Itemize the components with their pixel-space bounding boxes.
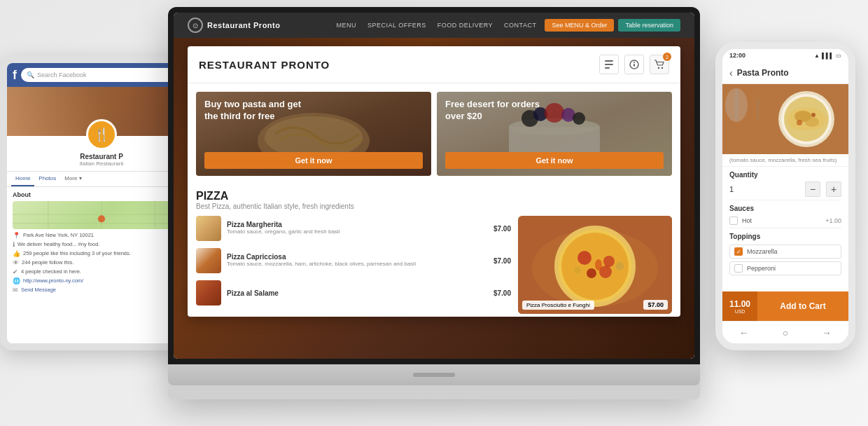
nav-link-delivery[interactable]: FOOD DELIVERY [438, 22, 493, 29]
menu-item-1[interactable]: Pizza Capricciosa Tomato sauce, mozzarel… [196, 248, 511, 273]
site-nav-links: MENU SPECIAL OFFERS FOOD DELIVERY CONTAC… [337, 22, 537, 29]
phone-price-tag: 11.00 USD [722, 291, 757, 321]
menu-board-icon[interactable] [599, 55, 619, 74]
item-0-desc: Tomato sauce, oregano, garlic and fresh … [227, 228, 488, 235]
wifi-icon: ▲ [814, 53, 820, 59]
phone-toppings-label: Toppings [729, 233, 841, 243]
phone-food-desc: (tomato sauce, mozzarella, fresh sea fru… [722, 154, 848, 167]
modal-title: RESTAURANT PRONTO [199, 59, 330, 71]
phone-status-icons: ▲ ▌▌▌ ▭ [814, 53, 841, 59]
phone-device: 12:00 ▲ ▌▌▌ ▭ ‹ Pasta Pronto [715, 42, 855, 350]
fb-search-bar[interactable]: 🔍 Search Facebook [21, 68, 181, 82]
item-1-info: Pizza Capricciosa Tomato sauce, mozzarel… [227, 253, 488, 268]
phone-screen: 12:00 ▲ ▌▌▌ ▭ ‹ Pasta Pronto [722, 49, 848, 343]
back-arrow-icon[interactable]: ‹ [729, 67, 733, 78]
svg-rect-11 [634, 64, 635, 67]
nav-link-contact[interactable]: CONTACT [504, 22, 536, 29]
phone-topping-pepperoni-checkbox[interactable] [734, 264, 743, 273]
laptop-screen: ⊙ Restaurant Pronto MENU SPECIAL OFFERS … [174, 13, 694, 359]
phone-quantity-label: Quantity [722, 167, 848, 180]
location-icon: 📍 [13, 232, 20, 239]
promo-1-overlay: Buy two pasta and get the third for free… [196, 92, 431, 176]
big-item-name: Pizza Prosciutto e Funghi [522, 301, 594, 310]
item-0-info: Pizza Margherita Tomato sauce, oregano, … [227, 221, 488, 235]
nav-link-offers[interactable]: SPECIAL OFFERS [368, 22, 426, 29]
site-navbar: ⊙ Restaurant Pronto MENU SPECIAL OFFERS … [174, 13, 694, 38]
fb-tab-home[interactable]: Home [11, 172, 34, 186]
phone-sauces-label: Sauces [729, 205, 841, 215]
menu-list: Pizza Margherita Tomato sauce, oregano, … [196, 216, 511, 314]
nav-btn-reservation[interactable]: Table reservation [618, 19, 680, 32]
phone-topping-pepperoni-name: Pepperoni [747, 265, 836, 272]
section-title: PIZZA [196, 190, 672, 202]
phone-topping-mozzarella-row: ✓ Mozzarella [729, 245, 841, 259]
item-2-name: Pizza al Salame [227, 289, 488, 297]
svg-point-42 [797, 120, 802, 125]
promo-1-btn[interactable]: Get it now [204, 152, 423, 169]
laptop-screen-border: ⊙ Restaurant Pronto MENU SPECIAL OFFERS … [168, 7, 700, 364]
menu-item-2[interactable]: Pizza al Salame $7.00 [196, 280, 511, 305]
phone-qty-plus-btn[interactable]: + [826, 181, 841, 197]
svg-point-32 [595, 259, 602, 270]
phone-app-header: ‹ Pasta Pronto [722, 62, 848, 84]
info-icon-4: ✔ [13, 268, 18, 275]
site-logo-area: ⊙ Restaurant Pronto [188, 18, 280, 33]
item-1-name: Pizza Capricciosa [227, 253, 488, 261]
restaurant-modal: RESTAURANT PRONTO [188, 46, 680, 317]
promo-1-text: Buy two pasta and get the third for free [204, 99, 302, 123]
phone-quantity-row: 1 − + [722, 180, 848, 200]
item-2-info: Pizza al Salame [227, 289, 488, 297]
fb-tab-photos[interactable]: Photos [34, 172, 60, 186]
phone-nav-forward-icon[interactable]: → [822, 327, 832, 338]
search-icon: 🔍 [27, 71, 34, 78]
phone-sauces-section: Sauces Hot +1.00 [722, 200, 848, 228]
site-logo-text: Restaurant Pronto [207, 21, 280, 29]
phone-sauce-hot-name: Hot [742, 217, 821, 224]
site-logo-icon: ⊙ [188, 18, 203, 33]
nav-btn-see-menu[interactable]: See MENU & Order [545, 19, 614, 32]
fb-tab-more[interactable]: More ▾ [60, 172, 85, 186]
phone-status-bar: 12:00 ▲ ▌▌▌ ▭ [722, 49, 848, 62]
menu-big-image: $7.00 Pizza Prosciutto e Funghi [518, 216, 672, 314]
big-item-price: $7.00 [643, 300, 668, 310]
info-circle-icon[interactable] [624, 55, 644, 74]
nav-link-menu[interactable]: MENU [337, 22, 357, 29]
fb-info-row-4: ✔ 4 people checked in here. [13, 268, 190, 275]
info-icon-2: 👍 [13, 250, 20, 257]
fb-message-row[interactable]: ✉ Send Message [13, 287, 190, 294]
fb-info-row-3: 👁 244 people follow this. [13, 259, 190, 266]
phone-sauce-hot-row: Hot +1.00 [729, 217, 841, 225]
signal-icon: ▌▌▌ [822, 53, 834, 59]
phone-food-image [722, 84, 848, 154]
scene: f 🔍 Search Facebook ⌂ 🍴 Restaurant P Ita… [0, 0, 868, 426]
phone-topping-mozzarella-checkbox[interactable]: ✓ [734, 247, 743, 256]
phone-sauce-hot-checkbox[interactable] [729, 217, 738, 225]
fb-map [13, 201, 190, 229]
laptop-device: ⊙ Restaurant Pronto MENU SPECIAL OFFERS … [168, 7, 700, 399]
svg-rect-46 [757, 98, 759, 119]
phone-nav-back-icon[interactable]: ← [739, 327, 749, 338]
svg-point-5 [98, 215, 105, 222]
svg-rect-7 [605, 64, 613, 65]
link-icon: 🌐 [13, 277, 20, 284]
promo-card-2: Free desert for orders over $20 Get it n… [437, 92, 672, 176]
svg-point-12 [658, 67, 659, 69]
phone-topping-pepperoni-row: Pepperoni [729, 261, 841, 275]
phone-qty-minus-btn[interactable]: − [805, 181, 820, 197]
phone-nav-home-icon[interactable]: ○ [783, 327, 788, 338]
promo-2-btn[interactable]: Get it now [445, 152, 664, 169]
pizza-section: PIZZA Best Pizza, authentic Italian styl… [188, 184, 680, 317]
svg-rect-8 [605, 67, 610, 69]
menu-item-0[interactable]: Pizza Margherita Tomato sauce, oregano, … [196, 216, 511, 241]
fb-website-row[interactable]: 🌐 http://www.pronto-ny.com/ [13, 277, 190, 284]
menu-grid: Pizza Margherita Tomato sauce, oregano, … [196, 216, 672, 314]
phone-add-to-cart-button[interactable]: Add to Cart [757, 291, 848, 321]
promo-section: Buy two pasta and get the third for free… [188, 83, 680, 184]
section-subtitle: Best Pizza, authentic Italian style, fre… [196, 202, 672, 210]
cart-icon[interactable]: 2 [650, 55, 669, 74]
site-background: RESTAURANT PRONTO [174, 38, 694, 359]
item-0-name: Pizza Margherita [227, 221, 488, 228]
promo-2-text: Free desert for orders over $20 [445, 99, 543, 123]
phone-topping-mozzarella-name: Mozzarella [747, 248, 836, 255]
svg-rect-6 [605, 60, 613, 62]
